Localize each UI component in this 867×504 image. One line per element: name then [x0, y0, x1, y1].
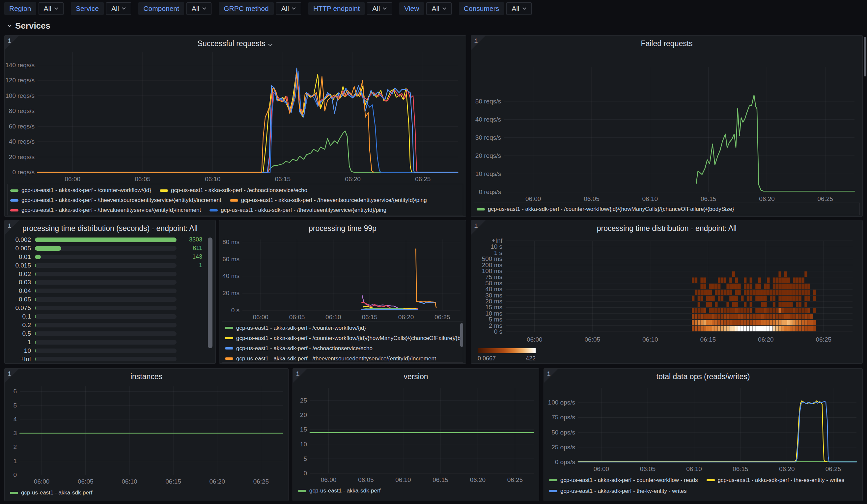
legend-item[interactable]: gcp-us-east1 - akka-sdk-perf - /echoacti…	[157, 187, 307, 194]
legend-item[interactable]: gcp-us-east1 - akka-sdk-perf - /counter-…	[222, 335, 463, 342]
legend-item[interactable]: gcp-us-east1 - akka-sdk-perf - /counter-…	[222, 325, 366, 331]
legend: gcp-us-east1 - akka-sdk-perf - /counter-…	[7, 184, 463, 215]
filter-value-view[interactable]: All	[426, 2, 451, 15]
bar-fill	[35, 348, 35, 353]
panel-title[interactable]: Failed requests	[488, 39, 846, 48]
series-swatch	[160, 190, 168, 192]
bar-fill	[35, 263, 35, 268]
instances-chart[interactable]: 012345606:0006:0506:1006:1506:2006:25	[4, 368, 288, 501]
legend-item[interactable]: gcp-us-east1 - akka-sdk-perf - /thevalue…	[207, 207, 386, 213]
filter-label-component: Component	[138, 2, 184, 15]
filter-value-grpc-method[interactable]: All	[276, 2, 301, 15]
svg-text:06:15: 06:15	[275, 175, 291, 182]
legend-item[interactable]: gcp-us-east1 - akka-sdk-perf - the-kv-en…	[546, 488, 687, 494]
filter-value-http-endpoint[interactable]: All	[367, 2, 392, 15]
panel-title[interactable]: processing time distribution (seconds) -…	[21, 224, 199, 233]
scrollbar-thumb[interactable]	[460, 323, 463, 347]
legend-item[interactable]: gcp-us-east1 - akka-sdk-perf	[296, 487, 381, 494]
legend-item[interactable]: gcp-us-east1 - akka-sdk-perf - /theevent…	[227, 197, 427, 204]
svg-text:0 reqs/s: 0 reqs/s	[479, 189, 501, 195]
panel-title[interactable]: version	[309, 372, 523, 381]
svg-text:0 reqs/s: 0 reqs/s	[12, 169, 35, 175]
chevron-down-icon	[122, 7, 126, 10]
version-chart[interactable]: 051015202506:0006:0506:1006:1506:2006:25	[293, 368, 539, 501]
bucket-label: 0.075	[9, 304, 31, 312]
svg-text:06:20: 06:20	[209, 478, 225, 485]
svg-text:06:00: 06:00	[321, 476, 337, 483]
panel-info-corner[interactable]	[4, 221, 19, 235]
legend-item[interactable]: gcp-us-east1 - akka-sdk-perf - /thevalue…	[8, 207, 201, 213]
series-swatch	[225, 327, 233, 329]
panel-version: i version 051015202506:0006:0506:1006:15…	[292, 368, 539, 501]
panel-info-corner[interactable]	[471, 35, 485, 50]
panel-title[interactable]: processing time distribution - endpoint:…	[488, 224, 846, 233]
scrollbar-thumb[interactable]	[208, 237, 213, 348]
panel-title[interactable]: Successful requests	[21, 39, 449, 48]
svg-text:06:00: 06:00	[525, 195, 541, 202]
panel-total-data-ops: i total data ops (reads/writes) 0 ops/s2…	[544, 368, 863, 501]
bucket-label: 0.1	[9, 313, 31, 320]
filter-value-component[interactable]: All	[186, 2, 212, 15]
section-services[interactable]: Services	[7, 19, 50, 32]
bar-fill	[35, 255, 41, 259]
filter-label-http-endpoint: HTTP endpoint	[308, 2, 365, 15]
svg-text:100 reqs/s: 100 reqs/s	[5, 92, 35, 99]
svg-text:06:10: 06:10	[121, 478, 137, 485]
bucket-label: 0.002	[9, 236, 31, 244]
svg-text:40 reqs/s: 40 reqs/s	[475, 116, 501, 123]
bar-gauge-row: +Inf	[9, 355, 202, 363]
panel-info-corner[interactable]	[4, 35, 19, 50]
legend-item[interactable]: gcp-us-east1 - akka-sdk-perf - /echoacti…	[222, 345, 373, 352]
svg-text:20 ms: 20 ms	[222, 290, 239, 297]
page-scrollbar[interactable]	[864, 37, 866, 76]
legend-item[interactable]: gcp-us-east1 - akka-sdk-perf - the-es-en…	[704, 477, 845, 484]
heatmap-chart[interactable]: +Inf10 s1 s500 ms200 ms100 ms75 ms50 ms4…	[471, 221, 863, 363]
panel-info-corner[interactable]	[544, 368, 558, 383]
bar-gauge-row: 0.0023303	[9, 236, 202, 244]
legend-item[interactable]: gcp-us-east1 - akka-sdk-perf - counter-w…	[546, 477, 698, 484]
legend-item[interactable]: gcp-us-east1 - akka-sdk-perf - /counter-…	[8, 187, 151, 194]
bar-fill	[35, 237, 176, 242]
panel-title[interactable]: instances	[21, 372, 272, 381]
bucket-value: 611	[181, 245, 202, 252]
failed-requests-chart[interactable]: 0 reqs/s10 reqs/s20 reqs/s30 reqs/s40 re…	[471, 35, 863, 216]
bar-fill	[35, 246, 61, 251]
legend-label: gcp-us-east1 - akka-sdk-perf - /theevent…	[241, 197, 427, 204]
legend-item[interactable]: gcp-us-east1 - akka-sdk-perf	[7, 490, 92, 496]
bar-gauge-row: 0.5	[9, 330, 202, 338]
legend-label: gcp-us-east1 - akka-sdk-perf	[21, 490, 92, 496]
panel-processing-time-99p: processing time 99p 0 s20 ms40 ms60 ms80…	[219, 220, 466, 364]
svg-text:0 s: 0 s	[494, 328, 502, 335]
bucket-label: 0.5	[9, 330, 31, 337]
legend-item[interactable]: gcp-us-east1 - akka-sdk-perf - /theevent…	[222, 355, 436, 362]
svg-text:06:15: 06:15	[432, 476, 448, 483]
panel-info-corner[interactable]	[4, 368, 19, 383]
bar-track	[35, 306, 176, 310]
filter-value-service[interactable]: All	[106, 2, 131, 15]
panel-info-corner[interactable]	[293, 368, 307, 383]
svg-text:100 ops/s: 100 ops/s	[548, 399, 575, 406]
bucket-label: 0.015	[9, 262, 31, 269]
bar-fill	[35, 297, 35, 302]
legend-item[interactable]: gcp-us-east1 - akka-sdk-perf - /counter-…	[474, 206, 734, 213]
panel-title[interactable]: total data ops (reads/writes)	[560, 372, 846, 381]
legend-label: gcp-us-east1 - akka-sdk-perf - /thevalue…	[21, 207, 201, 213]
svg-text:1: 1	[13, 458, 17, 464]
filter-value-consumers[interactable]: All	[506, 2, 531, 15]
series-swatch	[707, 479, 715, 481]
bar-gauge-row: 0.05	[9, 295, 202, 304]
filter-value-region[interactable]: All	[39, 2, 64, 15]
panel-instances: i instances 012345606:0006:0506:1006:150…	[4, 368, 289, 501]
series-swatch	[230, 199, 238, 202]
svg-text:2: 2	[13, 443, 17, 450]
bucket-label: 0.03	[9, 279, 31, 286]
legend-item[interactable]: gcp-us-east1 - akka-sdk-perf - /theevent…	[8, 197, 221, 204]
panel-info-corner[interactable]	[471, 221, 485, 235]
bar-track	[35, 272, 176, 276]
panel-title[interactable]: processing time 99p	[236, 224, 449, 233]
bucket-label: 10	[9, 347, 31, 354]
series-swatch	[477, 208, 485, 211]
bar-gauge-row: 10	[9, 346, 202, 355]
section-title: Services	[15, 21, 50, 31]
bar-track	[35, 331, 176, 336]
